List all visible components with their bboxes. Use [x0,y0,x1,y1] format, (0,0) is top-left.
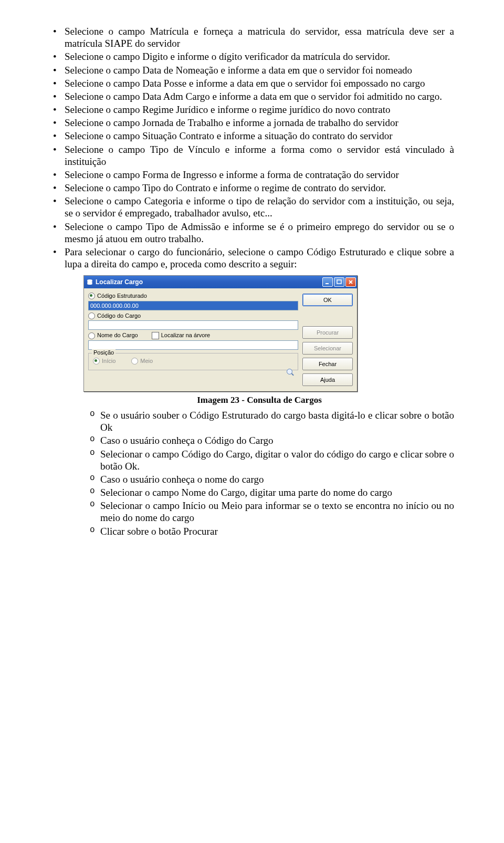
sub-bullet-list: Se o usuário souber o Código Estruturado… [90,409,454,537]
bullet-text: Selecione o campo Jornada de Trabalho e … [65,117,398,128]
bullet-text: Selecione o campo Tipo de Vínculo e info… [65,144,454,167]
list-item: Selecione o campo Digito e informe o díg… [50,50,454,63]
list-item: Selecione o campo Data Adm Cargo e infor… [50,90,454,102]
bullet-text: Selecione o campo Situação Contrato e in… [65,130,393,141]
list-item: Selecionar o campo Início ou Meio para i… [90,499,454,524]
dialog-titlebar[interactable]: Localizar Cargo [84,276,357,288]
checkbox-localizar-arvore[interactable] [152,332,159,339]
list-item: Selecione o campo Categoria e informe o … [50,195,454,219]
list-item: Selecione o campo Data de Nomeação e inf… [50,64,454,76]
button-label: Fechar [319,361,337,368]
minimize-button[interactable] [322,277,333,287]
stack-icon [86,278,93,286]
radio-codigo-cargo[interactable] [88,313,95,319]
list-item: Selecionar o campo Nome do Cargo, digita… [90,486,454,498]
bullet-text: Caso o usuário conheça o Código do Cargo [100,435,273,446]
codigo-cargo-input[interactable] [88,320,298,330]
list-item: Selecione o campo Tipo de Admissão e inf… [50,221,454,245]
bullet-text: Caso o usuário conheça o nome do cargo [100,474,264,485]
bullet-text: Selecione o campo Data de Nomeação e inf… [65,65,412,76]
bullet-list: Selecione o campo Matrícula e forneça a … [50,25,454,537]
bullet-text: Selecionar o campo Início ou Meio para i… [100,500,454,523]
bullet-text: Selecionar o campo Código do Cargo, digi… [100,449,454,472]
list-item: Selecione o campo Tipo do Contrato e inf… [50,182,454,194]
codigo-estruturado-input[interactable] [88,301,298,310]
bullet-text: Para selecionar o cargo do funcionário, … [65,246,454,269]
list-item: Para selecionar o cargo do funcionário, … [50,246,454,537]
svg-point-2 [87,283,92,285]
button-label: Ajuda [320,377,335,383]
list-item: Selecione o campo Matrícula e forneça a … [50,25,454,49]
radio-label: Código do Cargo [97,313,141,319]
bullet-text: Selecione o campo Forma de Ingresso e in… [65,169,399,180]
list-item: Selecione o campo Situação Contrato e in… [50,130,454,142]
list-item: Caso o usuário conheça o nome do cargo [90,473,454,485]
list-item: Selecione o campo Data Posse e informe a… [50,77,454,89]
radio-meio[interactable] [131,358,138,365]
posicao-group: Posição Início Meio [88,353,298,370]
bullet-text: Selecionar o campo Nome do Cargo, digita… [100,487,392,498]
group-legend: Posição [92,349,116,356]
list-item: Caso o usuário conheça o Código do Cargo [90,434,454,446]
fechar-button[interactable]: Fechar [302,358,353,370]
radio-label: Meio [140,358,153,365]
radio-label: Código Estruturado [97,293,147,299]
list-item: Se o usuário souber o Código Estruturado… [90,409,454,433]
bullet-text: Selecione o campo Digito e informe o díg… [65,51,390,62]
ajuda-button[interactable]: Ajuda [302,373,353,386]
list-item: Clicar sobre o botão Procurar [90,525,454,537]
svg-rect-3 [326,283,329,284]
bullet-text: Selecione o campo Data Adm Cargo e infor… [65,91,442,102]
maximize-button[interactable] [334,277,344,287]
button-label: Procurar [317,329,339,336]
bullet-text: Selecione o campo Matrícula e forneça a … [65,26,454,49]
checkbox-label: Localizar na árvore [161,332,211,339]
radio-label: Início [102,358,116,365]
localizar-cargo-dialog: Localizar Cargo [83,275,358,392]
bullet-text: Selecione o campo Categoria e informe o … [65,195,454,218]
bullet-text: Selecione o campo Data Posse e informe a… [65,78,425,89]
dialog-title: Localizar Cargo [96,278,322,286]
bullet-text: Selecione o campo Tipo do Contrato e inf… [65,182,386,193]
bullet-text: Selecione o campo Tipo de Admissão e inf… [65,221,454,244]
list-item: Selecione o campo Regime Jurídico e info… [50,103,454,116]
image-caption: Imagem 23 - Consulta de Cargos [65,395,454,406]
list-item: Selecionar o campo Código do Cargo, digi… [90,448,454,472]
procurar-button[interactable]: Procurar [302,326,353,339]
radio-label: Nome do Cargo [97,332,138,339]
svg-rect-4 [337,280,341,284]
radio-codigo-estruturado[interactable] [88,293,95,299]
radio-nome-cargo[interactable] [88,332,95,339]
magnifier-icon[interactable] [287,369,295,379]
list-item: Selecione o campo Tipo de Vínculo e info… [50,143,454,168]
close-button[interactable] [345,277,356,287]
button-label: OK [323,297,332,304]
bullet-text: Clicar sobre o botão Procurar [100,526,218,537]
list-item: Selecione o campo Forma de Ingresso e in… [50,169,454,181]
bullet-text: Se o usuário souber o Código Estruturado… [100,410,454,433]
button-label: Selecionar [314,345,341,352]
nome-cargo-input[interactable] [88,340,298,350]
list-item: Selecione o campo Jornada de Trabalho e … [50,117,454,129]
bullet-text: Selecione o campo Regime Jurídico e info… [65,104,391,115]
ok-button[interactable]: OK [302,294,353,306]
selecionar-button[interactable]: Selecionar [302,342,353,355]
radio-inicio[interactable] [93,358,100,365]
